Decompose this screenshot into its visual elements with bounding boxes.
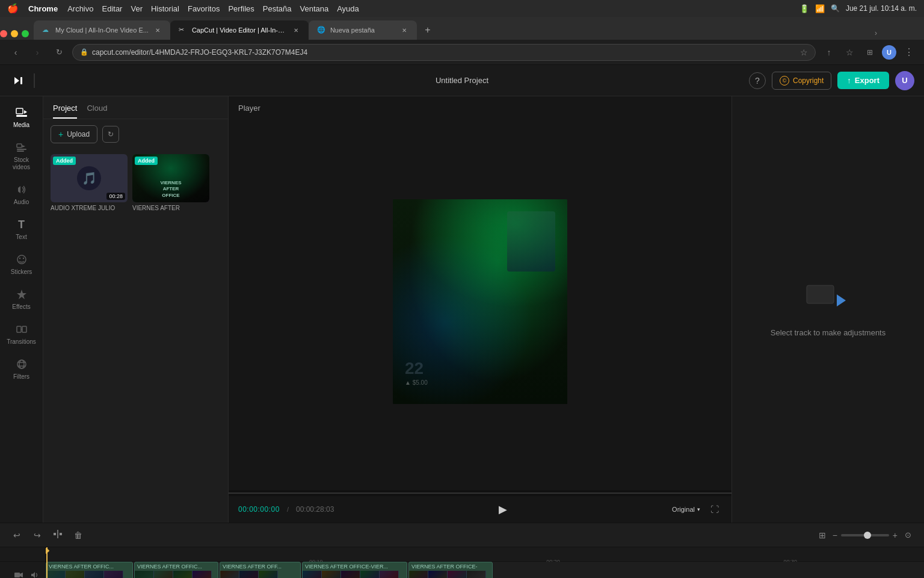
- total-time-display: 00:00:28:03: [296, 505, 334, 514]
- export-button[interactable]: ↑ Export: [837, 72, 889, 89]
- back-button[interactable]: ‹: [7, 44, 24, 61]
- video-frame: 22 ▲ $5.00: [393, 199, 567, 404]
- help-button[interactable]: ?: [749, 72, 766, 89]
- menu-ayuda[interactable]: Ayuda: [337, 4, 359, 13]
- aspect-ratio-selector[interactable]: Original ▾: [672, 506, 700, 513]
- zoom-out-button[interactable]: −: [833, 530, 837, 540]
- browser-tab-3[interactable]: 🌐 Nueva pestaña ✕: [309, 20, 417, 40]
- svg-rect-1: [20, 77, 22, 84]
- url-display: capcut.com/editor/L4HMDAJ2-FRJO-EGQ3-KRL…: [92, 48, 796, 57]
- video-segment-3[interactable]: VIERNES AFTER OFF...: [220, 562, 301, 578]
- tab2-close-btn[interactable]: ✕: [292, 26, 300, 34]
- media-item-audio[interactable]: 🎵 Added 00:28 AUDIO XTREME JULIO: [51, 154, 128, 211]
- window-close-btn[interactable]: [0, 30, 7, 37]
- video-track[interactable]: VIERNES AFTER OFFIC... VIERNES AFTER OFF…: [46, 562, 924, 578]
- sidebar-item-audio[interactable]: Audio: [2, 178, 41, 211]
- menu-pestana[interactable]: Pestaña: [263, 4, 292, 13]
- menu-historial[interactable]: Historial: [151, 4, 179, 13]
- tab-grid-icon[interactable]: ⊞: [861, 44, 878, 61]
- svg-rect-17: [807, 285, 834, 303]
- video-track-speaker-icon[interactable]: [28, 569, 40, 579]
- apple-logo-icon[interactable]: 🍎: [7, 3, 19, 14]
- window-maximize-btn[interactable]: [22, 30, 29, 37]
- menu-archivo[interactable]: Archivo: [67, 4, 93, 13]
- menu-favoritos[interactable]: Favoritos: [188, 4, 220, 13]
- undo-button[interactable]: ↩: [10, 528, 24, 542]
- copyright-label: Copyright: [793, 76, 824, 85]
- bookmark-star-icon[interactable]: ☆: [800, 48, 808, 57]
- sidebar-item-stickers[interactable]: Stickers: [2, 248, 41, 281]
- upload-button[interactable]: + Upload: [51, 125, 97, 143]
- sidebar-item-text[interactable]: T Text: [2, 213, 41, 246]
- redo-icon: ↪: [34, 530, 41, 540]
- player-viewport: 22 ▲ $5.00: [229, 113, 732, 490]
- zoom-in-button[interactable]: +: [893, 530, 898, 540]
- play-button[interactable]: ▶: [493, 500, 513, 519]
- segment-frame: [46, 571, 66, 578]
- reload-button[interactable]: ↻: [51, 44, 67, 61]
- media-tab-cloud[interactable]: Cloud: [87, 104, 107, 119]
- menubar-right-icons: 🔋 📶 🔍 Jue 21 jul. 10:14 a. m.: [799, 4, 917, 13]
- delete-button[interactable]: 🗑: [71, 528, 85, 542]
- svg-rect-6: [17, 151, 24, 152]
- sidebar-item-stock[interactable]: Stock videos: [2, 136, 41, 176]
- tab-scroll-right-icon[interactable]: ›: [875, 29, 877, 37]
- search-icon[interactable]: 🔍: [831, 4, 840, 13]
- sidebar-item-transitions[interactable]: Transitions: [2, 318, 41, 350]
- segment-frame: [104, 571, 123, 578]
- video-segment-1[interactable]: VIERNES AFTER OFFIC...: [46, 562, 133, 578]
- video-segment-4[interactable]: VIERNES AFTER OFFICE-VIER...: [302, 562, 407, 578]
- fullscreen-button[interactable]: ⛶: [707, 502, 722, 517]
- timeline-grid-btn[interactable]: ⊞: [816, 529, 829, 542]
- sidebar-filters-label: Filters: [13, 373, 29, 381]
- copyright-button[interactable]: © Copyright: [772, 72, 831, 90]
- timeline-playhead[interactable]: [46, 547, 48, 578]
- menu-editar[interactable]: Editar: [102, 4, 122, 13]
- split-button[interactable]: [51, 528, 65, 542]
- sidebar-item-effects[interactable]: Effects: [2, 283, 41, 315]
- browser-toolbar-right: ↑ ☆ ⊞ U ⋮: [821, 44, 917, 61]
- video-track-controls: [0, 562, 45, 578]
- browser-tab-bar: ☁ My Cloud | All-In-One Video E... ✕ ✂ C…: [0, 17, 924, 40]
- browser-tab-2[interactable]: ✂ CapCut | Video Editor | All-In-C... ✕: [170, 20, 309, 40]
- segment4-label: VIERNES AFTER OFFICE-VIER...: [303, 562, 407, 571]
- media-item-video[interactable]: VIERNESAFTEROFFICE Added VIERNES AFTER: [132, 154, 209, 211]
- video-segment-2[interactable]: VIERNES AFTER OFFIC...: [134, 562, 218, 578]
- segment5-label: VIERNES AFTER OFFICE-: [409, 562, 492, 571]
- bookmark-icon[interactable]: ☆: [841, 44, 858, 61]
- timeline-content: 00:10 00:20 00:30 VIERNES AFTER OFFIC...: [0, 547, 924, 578]
- player-timeline[interactable]: [229, 490, 732, 496]
- window-minimize-btn[interactable]: [11, 30, 18, 37]
- forward-button[interactable]: ›: [29, 44, 46, 61]
- segment-frame: [259, 571, 278, 578]
- user-avatar[interactable]: U: [895, 71, 914, 90]
- refresh-icon: ↻: [108, 130, 114, 138]
- sidebar-text-label: Text: [16, 234, 26, 241]
- video-segment-5[interactable]: VIERNES AFTER OFFICE-: [408, 562, 493, 578]
- tab1-title: My Cloud | All-In-One Video E...: [55, 26, 149, 34]
- video-track-camera-icon[interactable]: [13, 569, 25, 579]
- menu-ver[interactable]: Ver: [131, 4, 143, 13]
- browser-tab-1[interactable]: ☁ My Cloud | All-In-One Video E... ✕: [34, 20, 170, 40]
- segment-frame: [360, 571, 380, 578]
- share-icon[interactable]: ↑: [821, 44, 837, 61]
- redo-button[interactable]: ↪: [30, 528, 45, 542]
- new-tab-button[interactable]: +: [419, 22, 436, 39]
- current-time-display: 00:00:00:00: [238, 505, 280, 514]
- sidebar-item-filters[interactable]: Filters: [2, 353, 41, 385]
- main-layout: Media Stock videos Audio: [0, 96, 924, 523]
- address-bar[interactable]: 🔒 capcut.com/editor/L4HMDAJ2-FRJO-EGQ3-K…: [72, 44, 816, 61]
- segment-frame: [66, 571, 85, 578]
- menu-perfiles[interactable]: Perfiles: [228, 4, 254, 13]
- sidebar-item-media[interactable]: Media: [2, 101, 41, 134]
- zoom-fit-button[interactable]: ⊙: [901, 529, 914, 542]
- avatar-initials: U: [902, 76, 907, 85]
- refresh-button[interactable]: ↻: [102, 126, 119, 143]
- media-tab-project[interactable]: Project: [53, 104, 77, 119]
- browser-menu-icon[interactable]: ⋮: [900, 44, 917, 61]
- profile-avatar-icon[interactable]: U: [882, 45, 896, 60]
- tab1-close-btn[interactable]: ✕: [153, 26, 162, 34]
- zoom-slider[interactable]: [841, 534, 889, 536]
- tab3-close-btn[interactable]: ✕: [400, 26, 408, 34]
- menu-ventana[interactable]: Ventana: [300, 4, 328, 13]
